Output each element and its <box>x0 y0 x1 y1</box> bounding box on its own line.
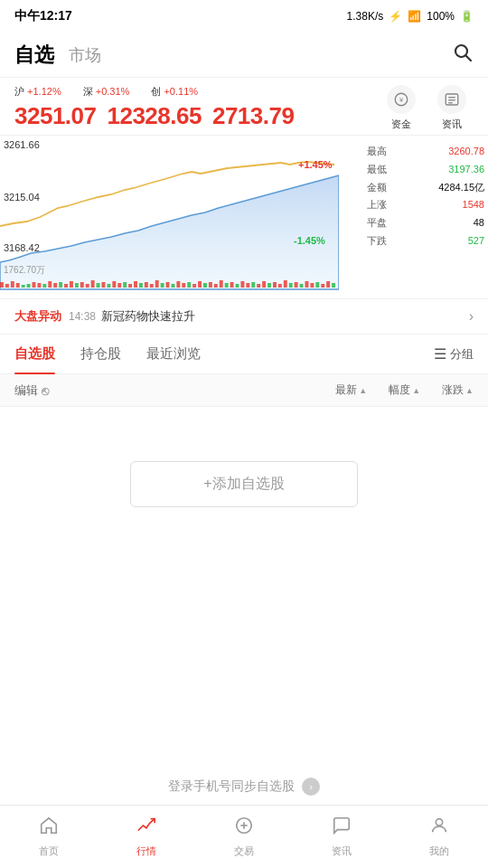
svg-rect-65 <box>305 281 309 288</box>
chart-pct-down: -1.45% <box>294 235 325 246</box>
svg-rect-51 <box>230 282 234 288</box>
svg-rect-10 <box>11 281 14 288</box>
sort-amplitude[interactable]: 幅度 ▲ <box>389 382 420 398</box>
svg-rect-28 <box>107 284 110 288</box>
news-button[interactable]: 资讯 <box>430 85 474 131</box>
svg-rect-59 <box>273 282 277 288</box>
home-icon <box>39 816 59 841</box>
add-stock-button[interactable]: +添加自选股 <box>130 461 357 507</box>
edit-icon: ⎋ <box>42 383 49 398</box>
column-headers: 编辑 ⎋ 最新 ▲ 幅度 ▲ 涨跌 ▲ <box>0 374 488 407</box>
svg-rect-11 <box>16 283 20 288</box>
status-time: 中午12:17 <box>14 8 72 24</box>
shenzhen-label: 深 +0.31% <box>83 85 130 99</box>
status-icons: 1.38K/s ⚡ 📶 100% 🔋 <box>347 10 474 23</box>
nav-profile-label: 我的 <box>429 844 449 858</box>
svg-rect-29 <box>112 281 116 288</box>
tab-watchlist[interactable]: 自选 <box>14 42 54 69</box>
tab-position-stock[interactable]: 持仓股 <box>80 335 121 374</box>
svg-rect-58 <box>267 283 271 288</box>
svg-rect-66 <box>310 283 314 288</box>
svg-rect-14 <box>33 282 36 288</box>
bottom-nav: 首页 行情 交易 资讯 <box>0 805 488 868</box>
svg-rect-18 <box>53 283 57 288</box>
group-button[interactable]: ☰ 分组 <box>434 345 474 363</box>
nav-market[interactable]: 行情 <box>98 806 195 868</box>
login-prompt[interactable]: 登录手机号同步自选股 › <box>0 778 488 796</box>
svg-rect-41 <box>176 281 180 288</box>
fund-label: 资金 <box>391 118 411 131</box>
market-actions: ¥ 资金 资讯 <box>380 85 474 131</box>
svg-rect-33 <box>134 281 137 288</box>
nav-market-label: 行情 <box>136 844 156 858</box>
svg-rect-19 <box>59 282 62 288</box>
nav-home-label: 首页 <box>39 844 59 858</box>
svg-rect-36 <box>150 284 154 288</box>
chart-side-stats: 最高 3260.78 最低 3197.36 金额 4284.15亿 上涨 154… <box>367 143 484 250</box>
chart-pct-up: +1.45% <box>298 159 333 170</box>
chuang-value: 2713.79 <box>212 102 294 130</box>
stat-rise: 上涨 1548 <box>367 196 484 214</box>
shanghai-value: 3251.07 <box>14 102 96 130</box>
nav-info-label: 资讯 <box>332 844 352 858</box>
chart-top-left: 3261.66 <box>4 139 40 150</box>
stat-amount: 金额 4284.15亿 <box>367 179 484 197</box>
stat-low: 最低 3197.36 <box>367 161 484 179</box>
add-stock-area: +添加自选股 <box>0 461 488 507</box>
fund-button[interactable]: ¥ 资金 <box>380 85 423 131</box>
svg-rect-70 <box>332 283 335 288</box>
edit-button[interactable]: 编辑 ⎋ <box>14 382 87 399</box>
news-text: 新冠药物快速拉升 <box>101 308 462 325</box>
battery-icon: 🔋 <box>460 10 474 23</box>
svg-rect-37 <box>155 280 159 288</box>
tab-watchlist-stock[interactable]: 自选股 <box>14 335 55 374</box>
svg-rect-8 <box>0 282 4 288</box>
news-label: 资讯 <box>442 118 462 131</box>
chuang-label: 创 +0.11% <box>151 85 198 99</box>
svg-text:¥: ¥ <box>399 96 404 104</box>
svg-rect-22 <box>75 283 79 288</box>
svg-rect-50 <box>225 283 229 288</box>
svg-rect-35 <box>145 282 148 288</box>
news-time: 14:38 <box>69 310 96 323</box>
nav-info[interactable]: 资讯 <box>293 806 390 868</box>
svg-rect-48 <box>214 284 218 288</box>
header: 自选 市场 <box>0 33 488 78</box>
fund-icon: ¥ <box>387 85 416 114</box>
news-arrow-icon: › <box>469 308 474 325</box>
news-icon <box>437 85 466 114</box>
svg-rect-42 <box>182 283 185 288</box>
index-labels: 沪 +1.12% 深 +0.31% 创 +0.11% <box>14 85 372 99</box>
shanghai-label: 沪 +1.12% <box>14 85 61 99</box>
svg-rect-49 <box>220 280 223 288</box>
market-icon <box>136 816 156 841</box>
tab-market[interactable]: 市场 <box>69 44 101 66</box>
sort-latest-arrow: ▲ <box>359 386 367 395</box>
edit-label: 编辑 <box>14 382 38 399</box>
svg-rect-24 <box>86 284 89 288</box>
chart-mid-left: 3215.04 <box>4 192 40 203</box>
stat-flat: 平盘 48 <box>367 214 484 232</box>
trade-icon <box>234 816 254 841</box>
market-indices: 沪 +1.12% 深 +0.31% 创 +0.11% 3251.07 12328… <box>14 85 372 130</box>
chart-area[interactable]: 3261.66 3215.04 3168.42 1762.70万 +1.45% … <box>0 136 488 298</box>
nav-trade[interactable]: 交易 <box>195 806 293 868</box>
svg-rect-9 <box>5 284 9 288</box>
svg-rect-13 <box>27 284 31 288</box>
svg-rect-31 <box>123 282 127 288</box>
login-text: 登录手机号同步自选股 <box>168 778 295 795</box>
tab-recent-browse[interactable]: 最近浏览 <box>146 335 201 374</box>
svg-rect-38 <box>161 283 164 288</box>
sort-latest[interactable]: 最新 ▲ <box>335 382 367 398</box>
chart-vol: 1762.70万 <box>4 264 45 277</box>
market-row: 沪 +1.12% 深 +0.31% 创 +0.11% 3251.07 12328… <box>0 78 488 136</box>
svg-rect-15 <box>37 283 41 288</box>
svg-point-74 <box>436 819 442 826</box>
search-icon[interactable] <box>452 42 474 69</box>
sort-change[interactable]: 涨跌 ▲ <box>442 382 474 398</box>
nav-home[interactable]: 首页 <box>0 806 98 868</box>
profile-icon <box>429 816 449 841</box>
nav-profile[interactable]: 我的 <box>390 806 488 868</box>
svg-line-1 <box>466 55 472 61</box>
news-banner[interactable]: 大盘异动 14:38 新冠药物快速拉升 › <box>0 298 488 335</box>
